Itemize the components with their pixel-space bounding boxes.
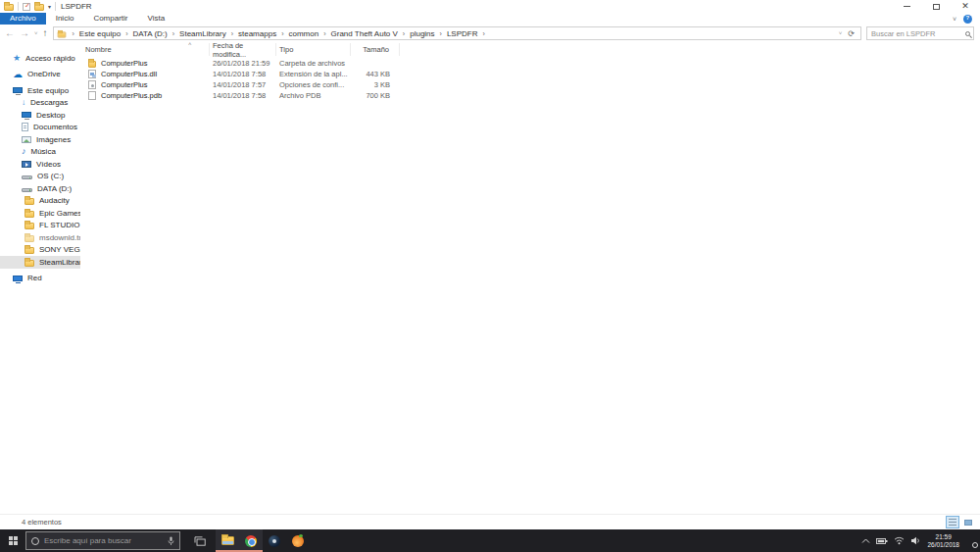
breadcrumb-chevron[interactable]: › [227,30,237,37]
tab-inicio[interactable]: Inicio [46,13,84,25]
tray-expand-icon[interactable] [861,538,870,544]
breadcrumb-steamapps[interactable]: steamapps [237,29,277,38]
ribbon-right: ˅ [953,13,980,25]
taskbar-search-input[interactable] [44,536,163,545]
breadcrumb-chevron[interactable]: › [436,30,446,37]
breadcrumb: › Este equipo › DATA (D:) › SteamLibrary… [69,29,836,38]
taskbar-fl-studio[interactable] [286,529,310,552]
sidebar-item-red[interactable]: Red [0,273,80,285]
new-folder-icon[interactable] [34,4,44,11]
sidebar-item-epic-games[interactable]: Epic Games [0,207,80,220]
main-area: ★Acceso rápido ☁OneDrive Este equipo ↓De… [0,42,980,514]
network-wifi-icon[interactable] [894,536,905,545]
forward-button[interactable]: → [20,28,29,38]
volume-icon[interactable] [910,536,921,545]
sidebar-item-videos[interactable]: Vídeos [0,158,80,171]
search-input[interactable] [871,29,965,38]
qat-dropdown-icon[interactable]: ▾ [48,3,51,10]
file-row-computerplus-folder[interactable]: ComputerPlus 26/01/2018 21:59 Carpeta de… [80,58,980,69]
steam-icon [269,535,280,547]
sidebar-item-musica[interactable]: ♪Música [0,146,80,159]
breadcrumb-gtav[interactable]: Grand Theft Auto V [330,29,399,38]
restore-button[interactable] [921,0,951,13]
folder-icon [24,247,34,254]
details-view-button[interactable] [946,516,959,528]
thumbnails-view-button[interactable] [961,516,975,528]
breadcrumb-steamlibrary[interactable]: SteamLibrary [178,29,227,38]
breadcrumb-chevron[interactable]: › [277,30,287,37]
sidebar-item-este-equipo[interactable]: Este equipo [0,84,80,97]
breadcrumb-plugins[interactable]: plugins [409,29,435,38]
cortana-icon [31,537,39,545]
expand-ribbon-icon[interactable]: ˅ [953,16,956,23]
file-list: ˄ Nombre Fecha de modifica... Tipo Tamañ… [80,42,980,514]
help-icon[interactable] [963,15,972,24]
desktop-icon [22,112,31,118]
search-icon[interactable] [965,31,970,36]
details-view-icon [949,519,956,526]
sidebar-item-onedrive[interactable]: ☁OneDrive [0,69,80,81]
up-button[interactable]: ↑ [43,28,48,38]
address-bar[interactable]: › Este equipo › DATA (D:) › SteamLibrary… [53,26,861,40]
file-row-computerplus-dll[interactable]: ComputerPlus.dll 14/01/2018 7:58 Extensi… [80,69,980,79]
pdb-file-icon [88,91,96,100]
sidebar-item-fl-studio[interactable]: FL STUDIO [0,220,80,232]
separator [55,2,56,11]
sidebar-item-sony-vegas[interactable]: SONY VEGAS [0,244,80,257]
taskbar-clock[interactable]: 21:59 26/01/2018 [927,533,959,549]
drive-icon [22,188,32,192]
breadcrumb-chevron[interactable]: › [319,30,329,37]
search-box[interactable] [866,26,974,40]
properties-icon[interactable] [23,3,30,11]
sidebar-item-data-d[interactable]: DATA (D:) [0,182,80,195]
tab-vista[interactable]: Vista [138,13,175,25]
taskbar-search-box[interactable] [25,531,180,550]
microphone-icon[interactable] [168,536,174,546]
sidebar-item-steamlibrary[interactable]: SteamLibrary [0,256,80,269]
battery-icon[interactable] [876,537,888,545]
drive-icon [22,176,32,179]
sidebar-item-os-c[interactable]: OS (C:) [0,171,80,183]
explorer-window: ▾ LSPDFR ✕ Archivo Inicio Compartir Vist… [0,0,980,529]
sidebar-item-audacity[interactable]: Audacity [0,195,80,208]
task-view-button[interactable] [188,529,212,552]
taskbar-file-explorer[interactable] [216,529,239,552]
start-button[interactable] [0,529,25,552]
breadcrumb-chevron[interactable]: › [478,30,488,37]
action-center-button[interactable] [965,536,976,546]
sidebar-item-imagenes[interactable]: Imágenes [0,133,80,146]
minimize-button[interactable] [892,0,921,13]
breadcrumb-chevron[interactable]: › [399,30,409,37]
separator [18,2,19,11]
breadcrumb-este-equipo[interactable]: Este equipo [78,29,122,38]
tab-compartir[interactable]: Compartir [83,13,137,25]
address-dropdown-icon[interactable]: ˅ [839,30,843,36]
recent-locations-icon[interactable]: ˅ [34,30,38,36]
sidebar-item-desktop[interactable]: Desktop [0,109,80,122]
taskbar-chrome[interactable] [239,529,263,552]
column-header-tipo[interactable]: Tipo [276,43,351,56]
breadcrumb-data-d[interactable]: DATA (D:) [131,29,168,38]
refresh-icon[interactable]: ⟳ [848,29,855,38]
network-icon [13,276,23,281]
chrome-icon [245,535,257,547]
sidebar-item-documentos[interactable]: Documentos [0,122,80,134]
close-button[interactable]: ✕ [951,0,980,13]
back-button[interactable]: ← [5,28,15,38]
tab-archivo[interactable]: Archivo [0,13,46,25]
sidebar-item-descargas[interactable]: ↓Descargas [0,97,80,110]
taskbar-steam[interactable] [263,529,286,552]
sidebar-item-acceso-rapido[interactable]: ★Acceso rápido [0,52,80,65]
folder-icon [24,223,34,229]
breadcrumb-chevron[interactable]: › [122,30,131,37]
file-row-computerplus-pdb[interactable]: ComputerPlus.pdb 14/01/2018 7:58 Archivo… [80,90,980,101]
breadcrumb-common[interactable]: common [287,29,319,38]
column-header-tamano[interactable]: Tamaño [351,43,400,56]
breadcrumb-lspdfr[interactable]: LSPDFR [446,29,479,38]
task-view-icon [194,536,206,546]
sidebar-item-msdownld-tmp[interactable]: msdownld.tmp [0,231,80,244]
file-row-computerplus-config[interactable]: ComputerPlus 14/01/2018 7:57 Opciones de… [80,79,980,90]
downloads-icon: ↓ [22,98,25,107]
column-header-fecha[interactable]: Fecha de modifica... [210,43,276,56]
breadcrumb-chevron[interactable]: › [169,30,178,37]
